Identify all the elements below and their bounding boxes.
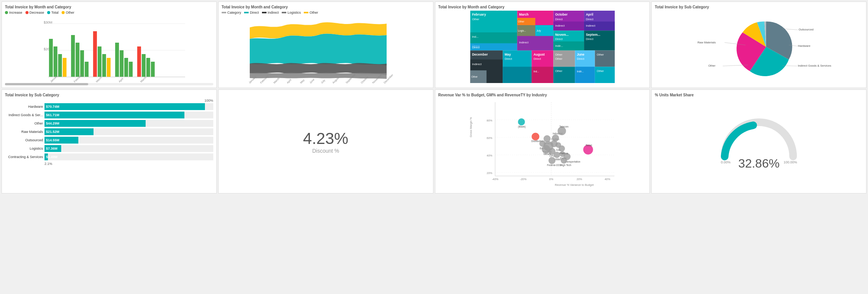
svg-point-138 — [532, 133, 539, 141]
bar-row: Hardware$70.74M — [5, 103, 213, 110]
stream-svg: January February March April May June Ju… — [222, 16, 430, 85]
svg-rect-18 — [120, 50, 124, 77]
bar-track: $21.52M — [44, 128, 213, 135]
stream-area: January February March April May June Ju… — [222, 16, 430, 85]
svg-text:Metals: Metals — [543, 153, 551, 155]
svg-text:Revenue % Variance to Budget: Revenue % Variance to Budget — [555, 183, 593, 187]
svg-rect-14 — [98, 46, 102, 77]
bar-label: Logistics — [5, 147, 43, 150]
logistics-label: Logistics — [287, 11, 301, 14]
bar-value: $1.49M — [46, 155, 57, 159]
logistics-rect — [282, 12, 286, 13]
svg-rect-13 — [93, 31, 97, 77]
svg-point-148 — [542, 145, 550, 153]
bar-row: Raw Materials$21.52M — [5, 128, 213, 135]
svg-text:Direct: Direct — [555, 37, 563, 41]
svg-rect-10 — [76, 43, 79, 77]
increase-dot — [5, 11, 8, 14]
svg-text:Gross Margin %: Gross Margin % — [469, 117, 473, 137]
svg-text:Direct: Direct — [533, 57, 541, 61]
bar-fill: $7.36M — [44, 145, 61, 152]
scrollbar-thumb[interactable] — [5, 83, 88, 85]
treemap-title: Total Invoice by Month and Category — [438, 5, 647, 9]
svg-rect-8 — [63, 58, 67, 77]
svg-text:Federal-DOD: Federal-DOD — [547, 164, 562, 166]
bar-fill: $70.74M — [44, 103, 205, 110]
svg-text:April: April — [118, 77, 124, 83]
svg-text:100.00%: 100.00% — [784, 160, 797, 164]
pie-chart-card: Total Invoice by Sub Category Outsourced — [651, 2, 866, 88]
other-dot — [62, 11, 65, 14]
bottom-label: 2.1% — [5, 162, 213, 166]
svg-rect-88 — [503, 67, 532, 83]
indirect-label: Indirect — [268, 11, 279, 14]
scatter-title: Revenue Var % to Budget, GM% and Revenue… — [438, 93, 647, 97]
svg-text:March: March — [519, 13, 528, 16]
bar-value: $44.29M — [46, 121, 59, 125]
svg-text:Ind...: Ind... — [533, 70, 539, 73]
pie-area: Outsourced Hardware Indirect Goods & Ser… — [655, 11, 863, 83]
bar-label: Raw Materials — [5, 130, 43, 134]
direct-rect — [244, 12, 249, 13]
direct-label: Direct — [250, 11, 259, 14]
total-dot — [47, 11, 50, 14]
legend-other: Other — [62, 11, 75, 14]
horiz-bars-container: Hardware$70.74MIndirect Goods & Ser...$6… — [5, 103, 213, 160]
gauge-area: 0.00% 100.00% 32.86% — [655, 99, 863, 182]
svg-text:20%: 20% — [487, 171, 492, 175]
bar-chart-title: Total Invoice by Month and Category — [5, 5, 213, 9]
treemap-svg: February Other Direct Direct Ind... Marc… — [438, 11, 647, 83]
bar-chart-area: $30M $20M — [5, 16, 213, 85]
other-label: Other — [66, 11, 75, 14]
bar-fill: $61.71M — [44, 112, 184, 118]
svg-text:High Tech: High Tech — [560, 164, 571, 167]
svg-point-166 — [552, 134, 559, 141]
legend-logistics: Logistics — [282, 11, 301, 14]
svg-text:-40%: -40% — [492, 177, 498, 181]
legend-total: Total — [47, 11, 59, 14]
horiz-bar-card: Total Invoice by Sub Category 100% Hardw… — [2, 89, 217, 193]
dashboard: Total Invoice by Month and Category Incr… — [0, 0, 868, 195]
pie-svg: Outsourced Hardware Indirect Goods & Ser… — [655, 11, 863, 83]
total-label: Total — [51, 11, 59, 14]
svg-text:Other: Other — [597, 69, 604, 73]
svg-text:Other: Other — [555, 53, 562, 56]
bar-row: Contracting & Services$1.49M — [5, 153, 213, 160]
horiz-bar-title: Total Invoice by Sub Category — [5, 93, 213, 97]
bar-track: $14.55M — [44, 137, 213, 144]
svg-rect-19 — [124, 58, 128, 77]
discount-card: 4.23% Discount % — [218, 89, 433, 193]
svg-text:Logis...: Logis... — [518, 29, 526, 32]
svg-text:Septem...: Septem... — [586, 33, 600, 37]
indirect-rect — [262, 12, 267, 13]
scatter-card: Revenue Var % to Budget, GM% and Revenue… — [435, 89, 650, 193]
svg-text:Direct: Direct — [577, 57, 585, 61]
svg-rect-20 — [129, 62, 133, 77]
svg-text:Direct: Direct — [586, 18, 593, 21]
svg-text:40%: 40% — [487, 154, 492, 157]
bar-track: $44.29M — [44, 120, 213, 127]
svg-text:February: February — [472, 13, 486, 16]
svg-rect-102 — [575, 67, 595, 83]
discount-content: 4.23% Discount % — [222, 93, 430, 190]
svg-text:Other: Other — [708, 64, 716, 67]
svg-text:Other: Other — [471, 75, 478, 78]
gauge-value: 32.86% — [738, 157, 780, 171]
svg-text:40%: 40% — [605, 177, 610, 181]
svg-rect-6 — [54, 46, 57, 77]
svg-text:Other: Other — [555, 69, 562, 73]
category-rect — [222, 12, 226, 13]
increase-label: Increase — [9, 11, 22, 14]
svg-text:Indir...: Indir... — [577, 70, 584, 73]
svg-point-168 — [557, 127, 566, 135]
scrollbar[interactable] — [5, 83, 213, 85]
bar-track: $61.71M — [44, 112, 213, 118]
svg-text:Direct: Direct — [555, 18, 563, 21]
legend-indirect: Indirect — [262, 11, 279, 14]
svg-text:Indirect Goods & Services: Indirect Goods & Services — [798, 64, 832, 67]
bar-track: $1.49M — [44, 153, 213, 160]
bar-track: $70.74M — [44, 103, 213, 110]
svg-rect-5 — [49, 39, 53, 77]
svg-text:Other: Other — [597, 53, 604, 56]
bar-track: $7.36M — [44, 145, 213, 152]
